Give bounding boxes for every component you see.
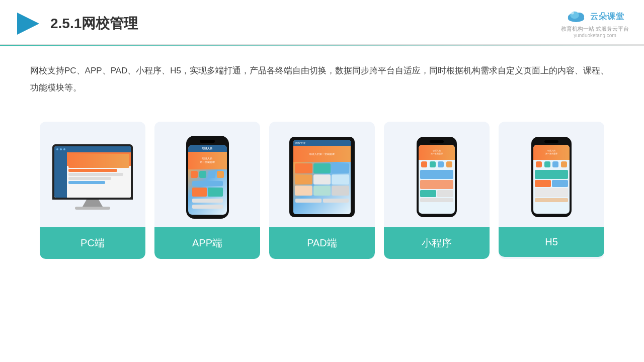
description: 网校支持PC、APP、PAD、小程序、H5，实现多端打通，产品各终端自由切换，数…: [0, 46, 644, 107]
card-app: 职涯人的 职涯人的第一堂刷题课: [154, 122, 260, 259]
header-left: 2.5.1网校管理: [15, 11, 138, 37]
card-miniprogram-label: 小程序: [384, 227, 490, 259]
pc-mockup: [52, 144, 133, 210]
card-pad-image: 网校管理 职涯人的第一堂刷题课: [269, 122, 375, 227]
app-phone-mockup: 职涯人的 职涯人的第一堂刷题课: [186, 136, 229, 219]
card-h5-image: 职涯人的第一堂刷题课: [499, 122, 604, 227]
card-pc-image: [40, 122, 145, 227]
card-pad-label: PAD端: [269, 227, 375, 259]
cloud-icon: [565, 9, 587, 24]
card-miniprogram: 职涯人的第一堂刷题课: [384, 122, 490, 259]
logo-cloud: 云朵课堂: [565, 9, 624, 24]
svg-point-5: [571, 12, 574, 15]
header: 2.5.1网校管理 云朵课堂 教育机构一站 式服务云平台 yunduoketan…: [0, 0, 644, 45]
h5-phone-mockup: 职涯人的第一堂刷题课: [531, 137, 572, 217]
card-pc: PC端: [40, 122, 145, 259]
pad-tablet-mockup: 网校管理 职涯人的第一堂刷题课: [289, 137, 355, 217]
card-h5-label: H5: [499, 227, 604, 257]
logo-url: yunduoketang.com: [574, 33, 616, 38]
description-text: 网校支持PC、APP、PAD、小程序、H5，实现多端打通，产品各终端自由切换，数…: [30, 66, 609, 93]
card-pc-label: PC端: [40, 227, 145, 259]
play-icon: [15, 11, 41, 37]
card-pad: 网校管理 职涯人的第一堂刷题课: [269, 122, 375, 259]
card-h5: 职涯人的第一堂刷题课: [499, 122, 604, 259]
page-title: 2.5.1网校管理: [50, 14, 138, 33]
card-miniprogram-image: 职涯人的第一堂刷题课: [384, 122, 490, 227]
svg-marker-0: [17, 13, 39, 35]
cards-container: PC端 职涯人的 职涯人的第一堂刷题课: [0, 112, 644, 259]
logo-sub: 教育机构一站 式服务云平台: [561, 25, 629, 33]
logo-text: 云朵课堂: [590, 12, 624, 22]
logo-area: 云朵课堂 教育机构一站 式服务云平台 yunduoketang.com: [561, 9, 629, 38]
card-app-image: 职涯人的 职涯人的第一堂刷题课: [154, 122, 260, 227]
miniprogram-phone-mockup: 职涯人的第一堂刷题课: [417, 137, 457, 217]
card-app-label: APP端: [154, 227, 260, 259]
